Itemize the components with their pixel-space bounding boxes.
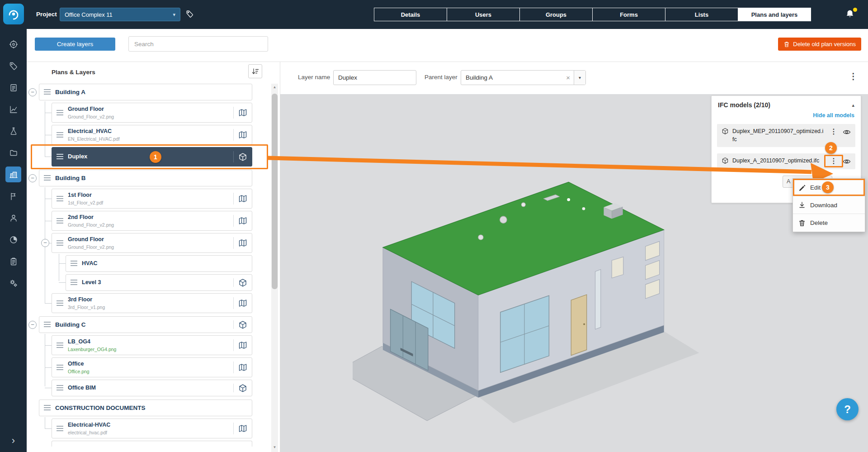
layer-row[interactable]: Electrical-HVAC electrical_hvac.pdf bbox=[52, 419, 252, 438]
delete-old-plan-versions-button[interactable]: Delete old plan versions bbox=[778, 38, 861, 51]
collapse-toggle[interactable]: − bbox=[28, 88, 37, 96]
drag-handle-icon[interactable] bbox=[57, 365, 63, 371]
map-icon[interactable] bbox=[238, 216, 247, 225]
drag-handle-icon[interactable] bbox=[44, 175, 51, 181]
layer-row[interactable]: Level 3 bbox=[66, 274, 252, 291]
drag-handle-icon[interactable] bbox=[57, 426, 63, 432]
sidebar-item-tags[interactable] bbox=[5, 58, 21, 74]
sidebar-item-plans[interactable] bbox=[5, 167, 21, 182]
create-layers-button[interactable]: Create layers bbox=[35, 38, 115, 51]
collapse-toggle[interactable]: − bbox=[28, 174, 37, 182]
sort-button[interactable] bbox=[248, 64, 262, 78]
layer-row[interactable]: 2nd Floor Ground_Floor_v2.png bbox=[52, 211, 252, 231]
sidebar-item-radar[interactable] bbox=[5, 36, 21, 52]
menu-item-download[interactable]: Download bbox=[793, 196, 865, 214]
layer-row[interactable]: LB_OG4 Laxenburger_OG4.png bbox=[52, 335, 252, 355]
tab-lists[interactable]: Lists bbox=[665, 8, 738, 21]
drag-handle-icon[interactable] bbox=[57, 110, 63, 116]
map-icon[interactable] bbox=[238, 341, 247, 350]
drag-handle-icon[interactable] bbox=[57, 240, 63, 246]
layer-row[interactable]: HVAC bbox=[66, 255, 252, 272]
layer-row-partial[interactable] bbox=[52, 441, 252, 447]
sidebar-item-statistics[interactable] bbox=[5, 101, 21, 117]
layer-row[interactable]: Office Office.png bbox=[52, 357, 252, 377]
tab-plans-and-layers[interactable]: Plans and layers bbox=[738, 8, 811, 21]
drag-handle-icon[interactable] bbox=[44, 405, 51, 411]
sidebar-item-reports[interactable] bbox=[5, 232, 21, 247]
eye-icon[interactable] bbox=[843, 128, 851, 136]
help-button[interactable]: ? bbox=[836, 398, 859, 420]
layer-row[interactable]: 3rd Floor 3rd_Floor_v1.png bbox=[52, 293, 252, 313]
drag-handle-icon[interactable] bbox=[57, 300, 63, 306]
collapse-panel-icon[interactable]: ▴ bbox=[852, 102, 854, 108]
cube-icon[interactable] bbox=[238, 320, 247, 329]
layer-name-input[interactable] bbox=[333, 70, 416, 85]
tab-forms[interactable]: Forms bbox=[592, 8, 665, 21]
sidebar-item-contacts[interactable] bbox=[5, 210, 21, 226]
clear-selection-icon[interactable]: × bbox=[562, 74, 574, 81]
tree-group-header[interactable]: CONSTRUCTION DOCUMENTS bbox=[39, 400, 252, 416]
drag-handle-icon[interactable] bbox=[71, 280, 77, 285]
scroll-down-icon[interactable]: ▼ bbox=[271, 444, 278, 451]
tree-group-header[interactable]: Building A bbox=[39, 84, 252, 100]
layer-row[interactable]: Ground Floor Ground_Floor_v2.png bbox=[52, 233, 252, 253]
search-input[interactable] bbox=[128, 36, 268, 52]
layer-row[interactable]: Office BIM bbox=[52, 380, 252, 396]
eye-icon[interactable] bbox=[843, 157, 851, 166]
app-logo[interactable] bbox=[3, 4, 24, 24]
map-icon[interactable] bbox=[238, 363, 247, 372]
sidebar-item-forms[interactable] bbox=[5, 80, 21, 95]
ifc-model-item[interactable]: Duplex_A_20110907_optimized.ifc ⋮ 2 bbox=[717, 153, 855, 169]
layer-row[interactable]: Electrical_HVAC EN_Electrical_HVAC.pdf bbox=[52, 125, 252, 145]
scrollbar-thumb[interactable] bbox=[272, 94, 278, 289]
parent-layer-select[interactable]: Building A × ▾ bbox=[461, 70, 586, 85]
scroll-up-icon[interactable]: ▲ bbox=[271, 84, 278, 90]
menu-item-edit[interactable]: Edit 3 bbox=[793, 179, 865, 196]
map-icon[interactable] bbox=[238, 108, 247, 117]
tree-group-header[interactable]: Building B bbox=[39, 170, 252, 186]
map-icon[interactable] bbox=[238, 130, 247, 139]
map-icon[interactable] bbox=[238, 194, 247, 203]
menu-item-delete[interactable]: Delete bbox=[793, 214, 865, 232]
tree-group-header[interactable]: Building C bbox=[39, 316, 252, 333]
sidebar-item-lab[interactable] bbox=[5, 123, 21, 139]
notifications-button[interactable] bbox=[845, 9, 856, 20]
cube-icon[interactable] bbox=[238, 152, 247, 162]
cube-icon[interactable] bbox=[238, 384, 247, 393]
drag-handle-icon[interactable] bbox=[71, 261, 77, 266]
tree-scrollbar[interactable]: ▲ ▼ bbox=[271, 84, 278, 452]
drag-handle-icon[interactable] bbox=[57, 218, 63, 224]
sidebar-item-settings[interactable] bbox=[5, 275, 21, 291]
sidebar-item-tickets[interactable] bbox=[5, 188, 21, 204]
tab-groups[interactable]: Groups bbox=[519, 8, 593, 21]
drag-handle-icon[interactable] bbox=[57, 385, 63, 391]
drag-handle-icon[interactable] bbox=[44, 89, 51, 95]
collapse-toggle[interactable]: − bbox=[28, 321, 37, 329]
drag-handle-icon[interactable] bbox=[57, 132, 63, 138]
drag-handle-icon[interactable] bbox=[57, 154, 63, 160]
map-icon[interactable] bbox=[238, 238, 247, 247]
layer-row[interactable]: 1st Floor 1st_Floor_v2.pdf bbox=[52, 189, 252, 209]
sidebar-item-documents[interactable] bbox=[5, 145, 21, 161]
sidebar-item-templates[interactable] bbox=[5, 253, 21, 269]
map-icon[interactable] bbox=[238, 424, 247, 433]
sidebar-expand-chevron[interactable]: › bbox=[0, 436, 27, 446]
project-tags-button[interactable] bbox=[186, 10, 194, 20]
project-selector[interactable]: Office Complex 11 ▾ bbox=[60, 8, 180, 21]
drag-handle-icon[interactable] bbox=[44, 322, 51, 328]
layer-row[interactable]: Ground Floor Ground_Floor_v2.png bbox=[52, 103, 252, 123]
chevron-down-icon[interactable]: ▾ bbox=[574, 71, 585, 85]
group-label: Building A bbox=[55, 89, 85, 95]
tab-details[interactable]: Details bbox=[374, 8, 447, 21]
hide-all-models-link[interactable]: Hide all models bbox=[712, 112, 861, 122]
drag-handle-icon[interactable] bbox=[57, 343, 63, 348]
layer-row-duplex-selected[interactable]: Duplex 1 bbox=[52, 147, 252, 167]
model-menu-kebab[interactable]: ⋮ bbox=[828, 157, 839, 165]
model-menu-kebab[interactable]: ⋮ bbox=[828, 128, 839, 136]
tab-users[interactable]: Users bbox=[447, 8, 520, 21]
layer-options-kebab[interactable]: ⋮ bbox=[849, 71, 858, 81]
collapse-toggle[interactable]: − bbox=[41, 239, 49, 247]
cube-icon[interactable] bbox=[238, 278, 247, 287]
drag-handle-icon[interactable] bbox=[57, 196, 63, 202]
map-icon[interactable] bbox=[238, 299, 247, 308]
